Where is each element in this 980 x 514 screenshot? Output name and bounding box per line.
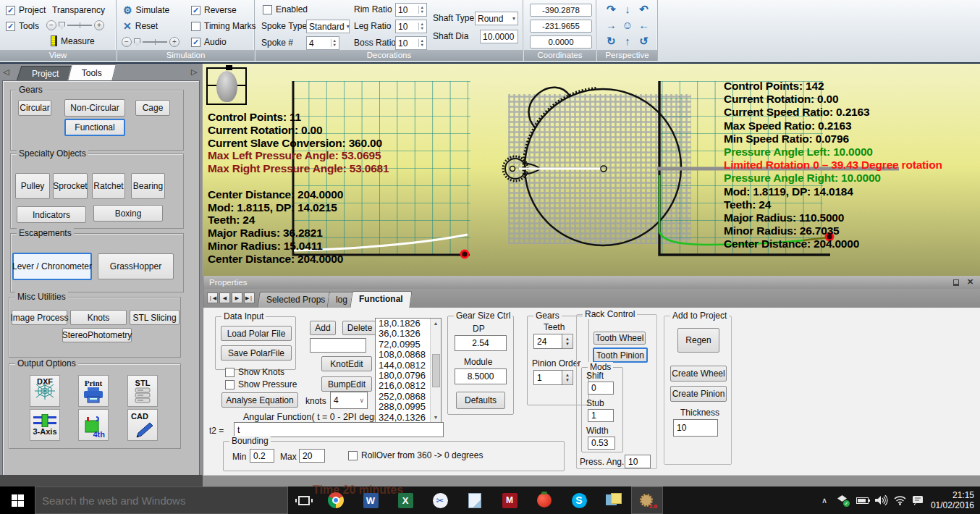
scroll-down-icon[interactable]: ▼ [434,413,439,422]
teeth-input[interactable] [533,334,562,349]
tab-selected-props[interactable]: Selected Props [257,292,334,308]
pan-left-icon[interactable]: ← [635,17,652,33]
create-pinion-button[interactable]: Create Pinion [670,386,727,402]
pinion-order-input[interactable] [533,370,562,385]
tab-tools[interactable]: Tools [67,64,117,81]
taskbar-notepad-button[interactable] [457,486,492,514]
cage-gear-button[interactable]: Cage [135,100,170,116]
tab-scroll-left-icon[interactable]: ◁ [3,67,9,77]
tooth-wheel-button[interactable]: Tooth Wheel [594,332,646,345]
load-polar-file-button[interactable]: Load Polar File [221,326,292,341]
roll-right-icon[interactable]: ↻ [603,33,620,49]
module-input[interactable] [455,368,507,384]
show-pressure-checkbox[interactable]: Show Pressure [225,379,297,389]
stub-input[interactable] [588,409,614,422]
tab-nav-last-icon[interactable]: ▶❘ [244,292,255,303]
bump-edit-button[interactable]: BumpEdit [321,376,372,392]
print-button[interactable]: Print [78,375,109,407]
export-cad-button[interactable]: CAD [127,409,158,441]
knots-dropdown[interactable]: 4 ∨ [330,392,368,409]
defaults-button[interactable]: Defaults [456,392,505,409]
reverse-checkbox[interactable]: ✓ Reverse [191,5,237,15]
start-button[interactable] [0,486,35,514]
t2-equation-input[interactable] [234,422,444,437]
export-stl-button[interactable]: STL [127,375,158,407]
tab-nav-first-icon[interactable]: ❘◀ [207,292,218,303]
add-button[interactable]: Add [310,321,336,335]
view-orientation-widget[interactable] [206,67,247,105]
slider-plus-icon[interactable]: + [169,37,179,47]
transparency-slider[interactable]: − + [46,20,104,30]
pan-right-icon[interactable]: → [603,17,620,33]
tray-action-center-button[interactable] [908,486,927,514]
slider-track[interactable] [143,41,167,43]
lever-chronometer-button[interactable]: Lever / Chronometer [12,253,92,280]
bearing-button[interactable]: Bearing [131,173,165,199]
spin-down-icon[interactable]: ▼ [333,43,337,48]
tab-functional[interactable]: Functional [350,291,412,308]
roll-left-icon[interactable]: ↺ [635,33,652,49]
export-4th-axis-button[interactable]: 4th [78,409,109,441]
slider-minus-icon[interactable]: − [122,37,132,47]
tab-nav-prev-icon[interactable]: ◀ [219,292,230,303]
tray-wifi-button[interactable] [890,486,909,514]
tools-checkbox[interactable]: ✓ Tools [6,21,39,31]
reset-button[interactable]: ✕ Reset [123,20,158,32]
spin-down-icon[interactable]: ▼ [421,10,424,14]
image-process-button[interactable]: Image Process [12,310,67,325]
slider-track[interactable] [67,25,92,26]
properties-title-bar[interactable]: Properties [203,276,980,289]
tray-chevron-button[interactable]: ∧ [816,486,832,514]
simulate-button[interactable]: ⚙ Simulate [123,4,169,16]
slider-thumb[interactable] [59,22,65,30]
simulation-speed-slider[interactable]: − + [122,37,179,47]
spoke-type-dropdown[interactable]: Standard ▾ [306,20,350,33]
knot-edit-button[interactable]: KnotEdit [321,356,372,371]
spin-up-icon[interactable]: ▲ [565,337,570,342]
regen-button[interactable]: Regen [677,328,719,353]
delete-button[interactable]: Delete [342,321,377,335]
rotate-ccw-icon[interactable]: ↶ [635,1,652,17]
slider-thumb[interactable] [134,38,140,46]
min-input[interactable] [250,449,274,463]
boxing-button[interactable]: Boxing [93,205,163,222]
slider-minus-icon[interactable]: − [46,20,56,30]
sprocket-button[interactable]: Sprocket [53,173,88,199]
thickness-input[interactable] [673,419,718,437]
spin-down-icon[interactable]: ▼ [565,378,570,383]
taskbar-search[interactable] [35,486,288,514]
pinion-order-stepper[interactable]: ▲▼ [533,370,573,385]
tray-clock[interactable]: 21:15 01/02/2016 [928,486,977,514]
scroll-thumb[interactable] [432,354,440,387]
reset-view-smiley-icon[interactable]: ☺ [620,17,636,33]
boss-ratio-stepper[interactable]: 10 ▲▼ [395,36,427,50]
rotate-cw-icon[interactable]: ↷ [603,1,620,17]
taskbar-gearotic-active-app[interactable]: 2.0 [631,486,663,514]
tilt-up-icon[interactable]: ↑ [620,33,636,49]
dp-input[interactable] [455,335,507,351]
tab-scroll-right-icon[interactable]: ▷ [191,67,197,77]
press-ang-input[interactable] [625,455,651,468]
tab-project[interactable]: Project [17,66,75,81]
shift-input[interactable] [588,382,614,395]
save-polar-file-button[interactable]: Save PolarFile [221,345,292,361]
tray-dropbox-button[interactable]: ✓ [834,486,851,514]
stereo-photometry-button[interactable]: StereoPhotometry [62,328,132,342]
ratchet-button[interactable]: Ratchet [92,173,125,199]
pin-icon[interactable] [953,279,959,286]
width-input[interactable] [588,437,615,450]
tab-nav-next-icon[interactable]: ▶ [232,292,242,303]
shaft-type-dropdown[interactable]: Round ▾ [475,12,518,25]
grasshopper-button[interactable]: GrassHopper [98,253,174,279]
search-input[interactable] [35,487,287,513]
rollover-checkbox[interactable]: RollOver from 360 -> 0 degrees [348,450,483,460]
functional-gear-button[interactable]: Functional [64,119,125,136]
knots-button[interactable]: Knots [70,310,127,325]
teeth-stepper[interactable]: ▲▼ [533,334,573,349]
taskbar-tomato-timer-button[interactable] [527,486,562,514]
tray-volume-button[interactable] [872,486,891,514]
taskbar-chrome-button[interactable] [318,486,353,514]
audio-checkbox[interactable]: ✓ Audio [191,37,227,47]
leg-ratio-stepper[interactable]: 10 ▲▼ [395,20,427,33]
measure-button[interactable]: Measure [51,35,95,46]
